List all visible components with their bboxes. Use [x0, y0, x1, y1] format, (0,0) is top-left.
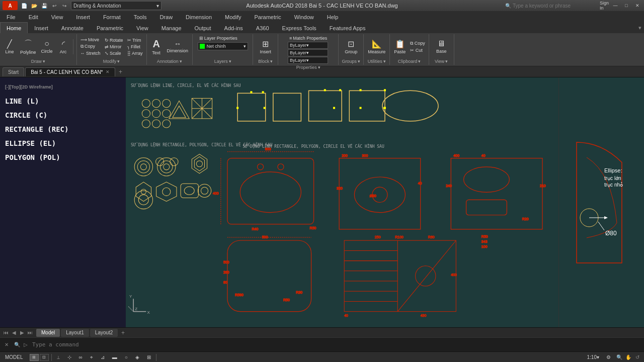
lineweight-dropdown[interactable]: ByLayer▾ — [288, 57, 328, 64]
tab-insert[interactable]: Insert — [28, 22, 55, 33]
cmd-search-btn[interactable]: 🔍 — [13, 341, 21, 349]
btn-clipboard-copy[interactable]: ⧉ Copy — [409, 40, 427, 47]
close-btn[interactable]: ✕ — [633, 2, 641, 9]
annotation-group-label[interactable]: Annotation ▾ — [157, 58, 182, 64]
qat-redo[interactable]: ↪ — [60, 1, 69, 10]
tab-addins[interactable]: Add-ins — [218, 22, 250, 33]
draw-group-label[interactable]: Draw ▾ — [31, 58, 45, 64]
command-input[interactable] — [32, 341, 641, 348]
status-gear-btn[interactable]: ⚙ — [604, 353, 613, 362]
tab-first-icon[interactable]: ⏮ — [3, 329, 10, 336]
clipboard-group-label[interactable]: Clipboard ▾ — [398, 58, 421, 64]
new-tab-btn[interactable]: + — [116, 67, 125, 76]
minimize-btn[interactable]: — — [611, 2, 619, 9]
menu-home[interactable]: Edit — [22, 11, 45, 22]
status-infer-btn[interactable]: ⟂ — [54, 353, 62, 362]
layout-tab-model[interactable]: Model — [36, 329, 60, 337]
status-tp-btn[interactable]: ○ — [122, 353, 130, 362]
menu-format[interactable]: Format — [97, 11, 127, 22]
btn-layer-properties[interactable]: ⊞ Layer Properties — [198, 35, 239, 41]
cmd-close-btn[interactable]: ✕ — [3, 341, 11, 349]
btn-paste[interactable]: 📋 Paste — [392, 38, 408, 55]
menu-dimension[interactable]: Dimension — [179, 11, 218, 22]
qat-undo[interactable]: ↩ — [50, 1, 59, 10]
btn-rotate[interactable]: ↻ Rotate — [103, 37, 125, 43]
btn-group[interactable]: ⊡ Group — [343, 38, 359, 55]
maximize-btn[interactable]: □ — [622, 2, 630, 9]
btn-cut[interactable]: ✂ Cut — [409, 47, 427, 53]
btn-mirror[interactable]: ⇌ Mirror — [103, 44, 125, 50]
layers-group-label[interactable]: Layers ▾ — [214, 58, 231, 64]
layout-tab-layout2[interactable]: Layout2 — [90, 329, 118, 337]
tab-express[interactable]: Express Tools — [276, 22, 323, 33]
menu-help[interactable]: Help — [320, 11, 345, 22]
tab-annotate[interactable]: Annotate — [55, 22, 90, 33]
status-dyn-btn[interactable]: ⊿ — [98, 353, 107, 362]
menu-window[interactable]: Window — [288, 11, 320, 22]
menu-parametric[interactable]: Parametric — [248, 11, 287, 22]
status-otrack-btn[interactable]: ∞ — [76, 353, 85, 362]
tab-parametric[interactable]: Parametric — [90, 22, 130, 33]
groups-group-label[interactable]: Groups ▾ — [342, 58, 360, 64]
doc-tab-bai5[interactable]: Bai 5 - CAC LENH VE CO BAN* ✕ — [25, 67, 115, 76]
pan-icon[interactable]: ✋ — [624, 354, 632, 361]
qat-save[interactable]: 💾 — [40, 1, 49, 10]
new-layout-btn[interactable]: + — [119, 329, 127, 336]
utilities-group-label[interactable]: Utilities ▾ — [368, 58, 386, 64]
btn-trim[interactable]: ✂ Trim — [126, 37, 144, 43]
btn-circle[interactable]: ○ CIRCLE (C) Circle — [39, 38, 55, 55]
status-snap-btn[interactable]: ⊹ — [65, 353, 74, 362]
ribbon-minimize-btn[interactable]: ▾ — [638, 25, 641, 31]
workspace-dropdown[interactable]: Drafting & Annotation ▾ — [71, 1, 162, 10]
doc-tab-start[interactable]: Start — [3, 67, 24, 76]
menu-file[interactable]: File — [0, 11, 22, 22]
status-qp-btn[interactable]: ◈ — [133, 353, 142, 362]
properties-group-label[interactable]: Properties ▾ — [296, 64, 320, 70]
modify-group-label[interactable]: Modify ▾ — [103, 58, 120, 64]
tab-view[interactable]: View — [130, 22, 155, 33]
status-lweight-btn[interactable]: ▬ — [110, 353, 120, 362]
view-group-label[interactable]: View ▾ — [435, 58, 448, 64]
btn-move[interactable]: ⟿ Move — [79, 37, 102, 43]
signin-btn[interactable]: Sign In — [600, 2, 608, 9]
tab-next-icon[interactable]: ▶ — [19, 329, 26, 336]
orbit-icon[interactable]: ↺ — [633, 354, 641, 361]
menu-draw[interactable]: Draw — [153, 11, 179, 22]
btn-text[interactable]: A Text — [149, 37, 164, 56]
viewport[interactable]: SỬ DỤNG LỆNH LINE, CIRCLE, EL VẼ CÁC HÌN… — [126, 77, 644, 327]
layer-selector[interactable]: Net chinh ▾ — [198, 42, 248, 50]
status-snap-icon[interactable]: ⊡ — [40, 354, 49, 361]
color-dropdown[interactable]: ByLayer▾ — [288, 42, 328, 49]
btn-match-properties[interactable]: ≡ Match Properties — [288, 35, 329, 41]
tab-prev-icon[interactable]: ◀ — [11, 329, 18, 336]
btn-copy[interactable]: ⧉ Copy — [79, 43, 102, 50]
status-annotation-scale[interactable]: 1:10 ▾ — [585, 353, 602, 362]
linetype-dropdown[interactable]: ByLayer▾ — [288, 49, 328, 56]
status-ucs-btn[interactable]: ⌖ — [88, 353, 96, 362]
tab-output[interactable]: Output — [188, 22, 218, 33]
tab-home[interactable]: Home — [0, 22, 28, 33]
btn-insert[interactable]: ⊞ Insert — [258, 38, 273, 55]
tab-last-icon[interactable]: ⏭ — [27, 329, 34, 336]
status-model-btn[interactable]: MODEL — [3, 353, 26, 362]
doc-close-icon[interactable]: ✕ — [106, 69, 110, 74]
search-bar[interactable]: 🔍 — [505, 3, 593, 9]
status-sc-btn[interactable]: ⊞ — [144, 353, 153, 362]
menu-view[interactable]: View — [45, 11, 70, 22]
qat-new[interactable]: 📄 — [20, 1, 29, 10]
layout-tab-layout1[interactable]: Layout1 — [61, 329, 89, 337]
zoom-out-icon[interactable]: 🔍 — [615, 354, 623, 361]
block-group-label[interactable]: Block ▾ — [258, 58, 273, 64]
btn-measure[interactable]: 📐 Measure — [366, 38, 387, 55]
status-grid-icon[interactable]: ⊞ — [30, 354, 39, 361]
tab-featured[interactable]: Featured Apps — [323, 22, 372, 33]
btn-array[interactable]: ⣿ Array — [126, 50, 144, 56]
btn-base[interactable]: 🖥 Base — [434, 38, 449, 55]
btn-scale[interactable]: ⤡ Scale — [103, 50, 125, 56]
btn-fillet[interactable]: ╮ Fillet — [126, 44, 144, 50]
tab-manage[interactable]: Manage — [155, 22, 188, 33]
qat-open[interactable]: 📂 — [30, 1, 39, 10]
btn-stretch[interactable]: ↔ Stretch — [79, 50, 102, 56]
btn-polyline[interactable]: ⌒ Polyline — [18, 38, 38, 56]
search-input[interactable] — [513, 3, 593, 9]
